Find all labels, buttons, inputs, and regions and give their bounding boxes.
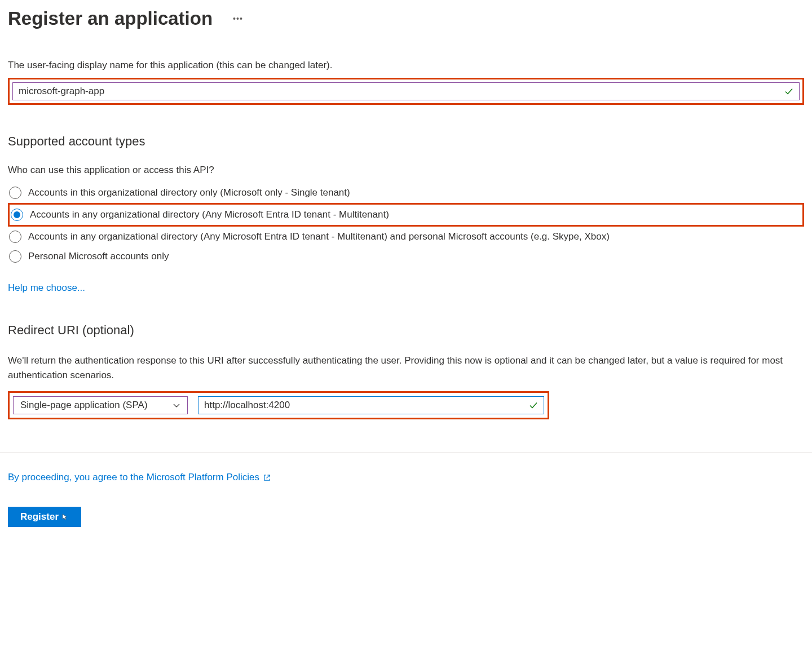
redirect-uri-description: We'll return the authentication response… xyxy=(8,353,804,382)
help-me-choose-link[interactable]: Help me choose... xyxy=(8,282,85,294)
page-title: Register an application xyxy=(8,8,213,29)
checkmark-icon xyxy=(529,401,538,410)
platform-dropdown[interactable]: Single-page application (SPA) xyxy=(13,396,188,414)
checkmark-icon xyxy=(784,87,793,96)
radio-circle xyxy=(9,231,21,243)
radio-label: Accounts in any organizational directory… xyxy=(28,230,610,244)
footer-divider xyxy=(0,452,812,453)
radio-label: Accounts in this organizational director… xyxy=(28,186,350,200)
name-field-description: The user-facing display name for this ap… xyxy=(8,60,804,71)
redirect-highlight-box: Single-page application (SPA) xyxy=(8,391,549,419)
radio-multitenant-personal[interactable]: Accounts in any organizational directory… xyxy=(8,227,804,247)
more-icon[interactable]: ••• xyxy=(233,14,243,23)
app-name-input[interactable] xyxy=(19,86,784,97)
chevron-down-icon xyxy=(173,401,180,409)
radio-circle xyxy=(9,250,21,263)
external-link-icon xyxy=(263,473,271,482)
policies-text: By proceeding, you agree to the Microsof… xyxy=(8,472,259,483)
account-types-radio-group: Accounts in this organizational director… xyxy=(8,183,804,267)
name-input-wrapper xyxy=(12,82,800,100)
register-button-label: Register xyxy=(20,511,59,523)
radio-multitenant[interactable]: Accounts in any organizational directory… xyxy=(8,203,804,227)
platform-policies-link[interactable]: By proceeding, you agree to the Microsof… xyxy=(8,472,271,483)
name-highlight-box xyxy=(8,78,804,105)
redirect-uri-input-wrapper xyxy=(198,396,544,414)
page-header: Register an application ••• xyxy=(8,8,804,29)
radio-label: Personal Microsoft accounts only xyxy=(28,250,169,263)
radio-dot xyxy=(14,211,20,218)
radio-personal-only[interactable]: Personal Microsoft accounts only xyxy=(8,246,804,267)
redirect-uri-heading: Redirect URI (optional) xyxy=(8,323,804,338)
radio-single-tenant[interactable]: Accounts in this organizational director… xyxy=(8,183,804,203)
radio-circle xyxy=(11,209,23,221)
account-types-question: Who can use this application or access t… xyxy=(8,165,804,176)
cursor-icon xyxy=(62,514,69,520)
register-button[interactable]: Register xyxy=(8,507,81,527)
radio-label: Accounts in any organizational directory… xyxy=(30,208,389,222)
platform-dropdown-value: Single-page application (SPA) xyxy=(20,400,148,411)
radio-circle xyxy=(9,187,21,199)
supported-account-types-heading: Supported account types xyxy=(8,134,804,149)
redirect-uri-input[interactable] xyxy=(204,400,529,411)
